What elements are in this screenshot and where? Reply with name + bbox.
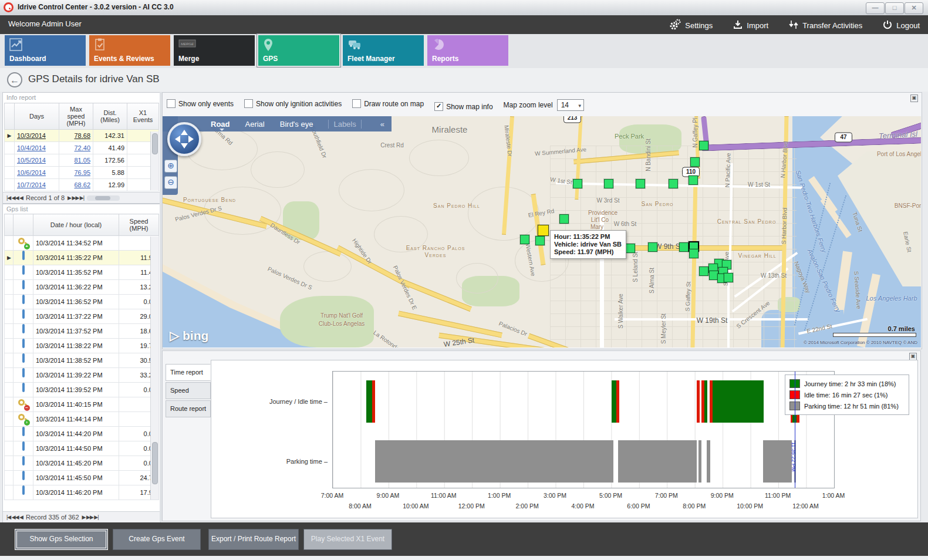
- day-link[interactable]: 10/6/2014: [17, 169, 46, 176]
- gps-list-row[interactable]: 10/3/2014 11:38:22 PM19.70: [5, 339, 159, 353]
- gps-list-row[interactable]: 10/3/2014 11:39:52 PM0.00: [5, 383, 159, 397]
- gps-marker[interactable]: [535, 236, 545, 245]
- gps-marker[interactable]: [648, 242, 657, 252]
- map-zoom-out-icon[interactable]: ⊖: [164, 176, 177, 189]
- max-speed-link[interactable]: 78.68: [74, 132, 90, 139]
- gps-marker[interactable]: [699, 141, 708, 150]
- gps-marker[interactable]: [520, 235, 529, 244]
- gps-marker[interactable]: [689, 249, 698, 258]
- import-button[interactable]: Import: [733, 19, 768, 32]
- gps-list-row[interactable]: 10/3/2014 11:44:20 PM0.00: [5, 427, 159, 441]
- info-col-header[interactable]: X1 Events: [127, 103, 159, 130]
- gps-list-row[interactable]: 10/3/2014 11:46:20 PM17.93: [5, 485, 159, 500]
- gps-marker[interactable]: [604, 179, 613, 188]
- tab-merge[interactable]: MERGEMerge: [174, 35, 255, 66]
- gps-list-row[interactable]: 10/3/2014 11:36:52 PM0.00: [5, 295, 159, 309]
- map-style-aerial[interactable]: Aerial: [245, 120, 265, 129]
- show-gps-selection-button[interactable]: Show Gps Selection: [15, 529, 108, 550]
- gps-marker[interactable]: [559, 214, 569, 224]
- create-gps-event-button[interactable]: Create Gps Event: [113, 529, 201, 550]
- gps-marker[interactable]: [679, 242, 689, 252]
- gps-list-row[interactable]: 10/3/2014 11:45:20 PM0.00: [5, 456, 159, 471]
- gps-list-row[interactable]: −10/3/2014 11:40:15 PM: [5, 397, 159, 412]
- info-report-row[interactable]: 10/7/201468.6212.99: [5, 179, 159, 191]
- gps-marker[interactable]: [636, 179, 645, 188]
- gps-list-row[interactable]: 10/3/2014 11:45:50 PM24.75: [5, 471, 159, 485]
- checkbox-show-only-events[interactable]: Show only events: [167, 99, 234, 108]
- minimize-button[interactable]: —: [866, 2, 885, 14]
- map-style-road[interactable]: Road: [211, 120, 230, 129]
- day-link[interactable]: 10/7/2014: [17, 181, 46, 188]
- checkbox-show-map-info[interactable]: ✓Show map info: [434, 102, 492, 111]
- info-col-header[interactable]: Dist.(Miles): [93, 103, 127, 130]
- info-pager-hscroll[interactable]: [87, 195, 120, 201]
- selected-gps-marker[interactable]: [538, 225, 549, 236]
- checkbox-draw-route-on-map[interactable]: Draw route on map: [352, 99, 424, 108]
- gps-list-row[interactable]: 10/3/2014 11:35:52 PM11.47: [5, 265, 159, 280]
- gps-marker[interactable]: [626, 244, 635, 253]
- tab-reports[interactable]: Reports: [427, 35, 508, 66]
- gps-list-row[interactable]: 10/3/2014 11:37:52 PM18.63: [5, 324, 159, 339]
- info-col-header[interactable]: Days: [15, 103, 59, 130]
- info-report-row[interactable]: 10/5/201481.05172.56: [5, 154, 159, 167]
- max-speed-link[interactable]: 72.40: [74, 144, 90, 151]
- max-speed-link[interactable]: 81.05: [74, 157, 90, 164]
- day-link[interactable]: 10/4/2014: [17, 144, 46, 151]
- info-col-header[interactable]: Maxspeed(MPH): [59, 103, 93, 130]
- day-link[interactable]: 10/5/2014: [17, 157, 46, 164]
- close-button[interactable]: ✕: [905, 2, 923, 14]
- map-zoom-select[interactable]: 14▼: [557, 99, 584, 111]
- export-print-route-report-button[interactable]: Export / Print Route Report: [208, 529, 299, 550]
- gps-marker[interactable]: [573, 179, 582, 188]
- settings-button[interactable]: Settings: [669, 19, 713, 32]
- gps-pager-next[interactable]: ▶ ▶▶ ▶|: [82, 514, 99, 520]
- map-canvas[interactable]: MiralesteCrest RdPeck ParkW Summerland A…: [163, 116, 921, 348]
- gps-marker[interactable]: [690, 157, 700, 167]
- gps-list-row[interactable]: 10/3/2014 11:39:22 PM33.21: [5, 368, 159, 383]
- info-report-row[interactable]: 10/4/201472.4041.49: [5, 142, 159, 154]
- info-report-scrollbar[interactable]: [150, 131, 158, 190]
- map-style-labels[interactable]: Labels: [328, 120, 361, 129]
- row-indicator: [5, 397, 14, 412]
- tab-events-reviews[interactable]: Events & Reviews: [89, 35, 170, 66]
- tab-fleet-manager[interactable]: Fleet Manager: [343, 35, 424, 66]
- gps-marker[interactable]: [669, 179, 678, 188]
- transfer-activities-button[interactable]: Transfer Activities: [788, 19, 862, 32]
- max-speed-link[interactable]: 68.62: [74, 181, 90, 188]
- map-style-bird-s-eye[interactable]: Bird's eye: [280, 120, 313, 129]
- map-nav-collapse-icon[interactable]: «: [380, 120, 384, 129]
- max-speed-link[interactable]: 76.95: [74, 169, 90, 176]
- gps-list-scrollbar[interactable]: [150, 237, 158, 500]
- hill-road-contour: [409, 140, 469, 176]
- checkbox-show-only-ignition-activities[interactable]: Show only ignition activities: [244, 99, 342, 108]
- tab-speed-graphic[interactable]: Speed graphic: [166, 382, 211, 399]
- logout-button[interactable]: Logout: [882, 19, 920, 32]
- gps-list-row[interactable]: 10/3/2014 11:38:52 PM30.55: [5, 353, 159, 368]
- day-link[interactable]: 10/3/2014: [17, 132, 46, 139]
- tab-time-report[interactable]: Time report: [166, 364, 211, 381]
- back-button[interactable]: ←: [7, 72, 22, 87]
- info-pager-next[interactable]: ▶ ▶▶ ▶|: [68, 195, 84, 201]
- map-zoom-in-icon[interactable]: ⊕: [164, 160, 177, 173]
- gps-list-row[interactable]: 10/3/2014 11:44:50 PM0.00: [5, 441, 159, 456]
- gps-col-header[interactable]: Date / hour (local): [33, 214, 119, 236]
- tab-route-report[interactable]: Route report: [166, 400, 211, 417]
- tab-dashboard[interactable]: Dashboard: [5, 35, 86, 66]
- gps-col-header[interactable]: Speed(MPH): [119, 214, 159, 236]
- gps-pager-prev[interactable]: |◀ ◀◀ ◀: [6, 514, 23, 520]
- gps-list-row[interactable]: +10/3/2014 11:34:52 PM: [5, 236, 159, 251]
- row-indicator: [5, 427, 14, 441]
- tab-gps[interactable]: GPS: [258, 35, 339, 66]
- gps-list-row[interactable]: ›10/3/2014 11:44:14 PM: [5, 412, 159, 427]
- info-pager-prev[interactable]: |◀ ◀◀ ◀: [6, 195, 23, 201]
- map-compass[interactable]: [167, 122, 201, 156]
- info-report-row[interactable]: 10/6/201476.955.88: [5, 167, 159, 179]
- gps-list-row[interactable]: 10/3/2014 11:36:22 PM13.28: [5, 280, 159, 295]
- gps-marker[interactable]: [689, 176, 698, 185]
- gps-marker[interactable]: [724, 273, 733, 282]
- gps-list-row[interactable]: 10/3/2014 11:37:22 PM29.05: [5, 309, 159, 324]
- gps-list-row[interactable]: ▶10/3/2014 11:35:22 PM11.97: [5, 251, 159, 265]
- gps-marker[interactable]: [699, 266, 708, 276]
- info-report-row[interactable]: ▶10/3/201478.68142.31: [5, 130, 159, 142]
- maximize-button[interactable]: □: [885, 2, 904, 14]
